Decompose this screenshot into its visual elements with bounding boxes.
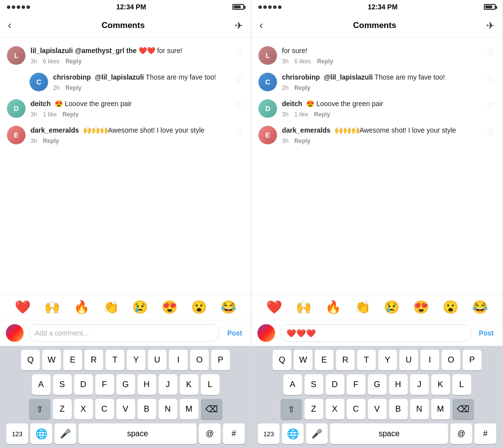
like-icon-r4[interactable]: ♡ bbox=[485, 126, 496, 139]
avatar-r4[interactable]: E bbox=[258, 126, 277, 144]
like-icon-3[interactable]: ♡ bbox=[233, 99, 244, 112]
key-w-right[interactable]: W bbox=[294, 350, 312, 370]
emoji-hands-right[interactable]: 🙌 bbox=[296, 300, 311, 315]
emoji-heart-left[interactable]: ❤️ bbox=[15, 300, 30, 315]
emoji-cry-left[interactable]: 😢 bbox=[132, 300, 148, 315]
like-icon-r2[interactable]: ♡ bbox=[485, 73, 496, 86]
key-x-left[interactable]: X bbox=[74, 399, 93, 420]
key-v-right[interactable]: V bbox=[368, 399, 387, 420]
key-p-left[interactable]: P bbox=[211, 350, 230, 370]
key-p-right[interactable]: P bbox=[463, 350, 481, 370]
key-u-left[interactable]: U bbox=[148, 350, 167, 370]
back-button-left[interactable]: ‹ bbox=[8, 19, 11, 32]
reply-btn-r2[interactable]: Reply bbox=[294, 84, 310, 91]
emoji-laugh-left[interactable]: 😂 bbox=[221, 300, 236, 315]
key-mic-left[interactable]: 🎤 bbox=[55, 423, 76, 444]
key-t-right[interactable]: T bbox=[357, 350, 376, 370]
emoji-fire-left[interactable]: 🔥 bbox=[74, 300, 89, 315]
send-icon-right[interactable]: ✈ bbox=[486, 20, 495, 31]
key-space-left[interactable]: space bbox=[79, 423, 196, 444]
reply-btn-1[interactable]: Reply bbox=[65, 58, 82, 65]
comment-input-box-left[interactable]: Add a comment... bbox=[28, 324, 220, 342]
key-n-left[interactable]: N bbox=[159, 399, 177, 420]
emoji-love-right[interactable]: 😍 bbox=[413, 300, 429, 315]
username-1[interactable]: lil_lapislazuli bbox=[30, 47, 73, 55]
avatar-dark[interactable]: E bbox=[7, 126, 26, 144]
key-y-right[interactable]: Y bbox=[378, 350, 397, 370]
key-d-right[interactable]: D bbox=[326, 374, 344, 395]
reply-btn-2[interactable]: Reply bbox=[65, 84, 82, 91]
key-c-left[interactable]: C bbox=[95, 399, 114, 420]
key-l-left[interactable]: L bbox=[201, 374, 220, 395]
emoji-fire-right[interactable]: 🔥 bbox=[325, 300, 341, 315]
emoji-heart-right[interactable]: ❤️ bbox=[266, 300, 282, 315]
shift-key-left[interactable]: ⇧ bbox=[29, 399, 51, 420]
key-at-left[interactable]: @ bbox=[199, 423, 221, 444]
username-r3[interactable]: deitch bbox=[282, 100, 302, 108]
emoji-cry-right[interactable]: 😢 bbox=[384, 300, 399, 315]
avatar-r2[interactable]: C bbox=[258, 73, 277, 91]
key-o-left[interactable]: O bbox=[190, 350, 209, 370]
key-c-right[interactable]: C bbox=[347, 399, 365, 420]
username-2[interactable]: chrisrobinp bbox=[53, 73, 91, 81]
emoji-clap-left[interactable]: 👏 bbox=[103, 300, 119, 315]
key-at-right[interactable]: @ bbox=[450, 423, 472, 444]
key-globe-right[interactable]: 🌐 bbox=[282, 423, 304, 444]
post-button-right[interactable]: Post bbox=[476, 327, 497, 339]
emoji-wow-left[interactable]: 😮 bbox=[191, 300, 207, 315]
key-g-left[interactable]: G bbox=[116, 374, 135, 395]
key-o-right[interactable]: O bbox=[442, 350, 460, 370]
avatar-deitch[interactable]: D bbox=[7, 99, 26, 118]
key-123-left[interactable]: 123 bbox=[6, 423, 28, 444]
username-r2[interactable]: chrisrobinp bbox=[282, 73, 320, 81]
key-h-right[interactable]: H bbox=[389, 374, 408, 395]
avatar-r1[interactable]: L bbox=[258, 46, 277, 65]
key-f-left[interactable]: F bbox=[95, 374, 114, 395]
post-button-left[interactable]: Post bbox=[224, 327, 245, 339]
back-button-right[interactable]: ‹ bbox=[259, 19, 263, 32]
key-s-left[interactable]: S bbox=[53, 374, 72, 395]
key-mic-right[interactable]: 🎤 bbox=[306, 423, 328, 444]
emoji-wow-right[interactable]: 😮 bbox=[443, 300, 458, 315]
emoji-love-left[interactable]: 😍 bbox=[162, 300, 177, 315]
key-y-left[interactable]: Y bbox=[127, 350, 145, 370]
avatar-chris[interactable]: C bbox=[29, 73, 48, 91]
key-k-right[interactable]: K bbox=[431, 374, 450, 395]
key-space-right[interactable]: space bbox=[330, 423, 448, 444]
key-i-right[interactable]: I bbox=[420, 350, 439, 370]
key-w-left[interactable]: W bbox=[42, 350, 61, 370]
key-m-left[interactable]: M bbox=[180, 399, 198, 420]
key-d-left[interactable]: D bbox=[74, 374, 93, 395]
username-4[interactable]: dark_emeralds bbox=[30, 126, 79, 134]
key-h-left[interactable]: H bbox=[138, 374, 156, 395]
key-x-right[interactable]: X bbox=[326, 399, 344, 420]
key-j-left[interactable]: J bbox=[159, 374, 177, 395]
key-m-right[interactable]: M bbox=[431, 399, 450, 420]
key-globe-left[interactable]: 🌐 bbox=[30, 423, 52, 444]
key-k-left[interactable]: K bbox=[180, 374, 198, 395]
key-f-right[interactable]: F bbox=[347, 374, 365, 395]
like-icon-r3[interactable]: ♡ bbox=[485, 99, 496, 112]
key-v-left[interactable]: V bbox=[116, 399, 135, 420]
key-e-left[interactable]: E bbox=[63, 350, 82, 370]
key-u-right[interactable]: U bbox=[399, 350, 418, 370]
reply-btn-r3[interactable]: Reply bbox=[314, 111, 330, 118]
send-icon-left[interactable]: ✈ bbox=[235, 20, 243, 31]
key-g-right[interactable]: G bbox=[368, 374, 387, 395]
key-e-right[interactable]: E bbox=[315, 350, 334, 370]
key-z-left[interactable]: Z bbox=[53, 399, 72, 420]
key-a-left[interactable]: A bbox=[32, 374, 51, 395]
key-j-right[interactable]: J bbox=[410, 374, 429, 395]
like-icon-r1[interactable]: ♡ bbox=[485, 46, 496, 59]
key-i-left[interactable]: I bbox=[169, 350, 188, 370]
emoji-laugh-right[interactable]: 😂 bbox=[472, 300, 488, 315]
delete-key-left[interactable]: ⌫ bbox=[201, 399, 223, 420]
key-123-right[interactable]: 123 bbox=[258, 423, 279, 444]
reply-btn-3[interactable]: Reply bbox=[62, 111, 79, 118]
like-icon-2[interactable]: ♡ bbox=[233, 73, 244, 86]
key-a-right[interactable]: A bbox=[283, 374, 302, 395]
key-q-left[interactable]: Q bbox=[21, 350, 40, 370]
key-t-left[interactable]: T bbox=[106, 350, 124, 370]
avatar-lil[interactable]: L bbox=[7, 46, 26, 65]
key-l-right[interactable]: L bbox=[452, 374, 471, 395]
